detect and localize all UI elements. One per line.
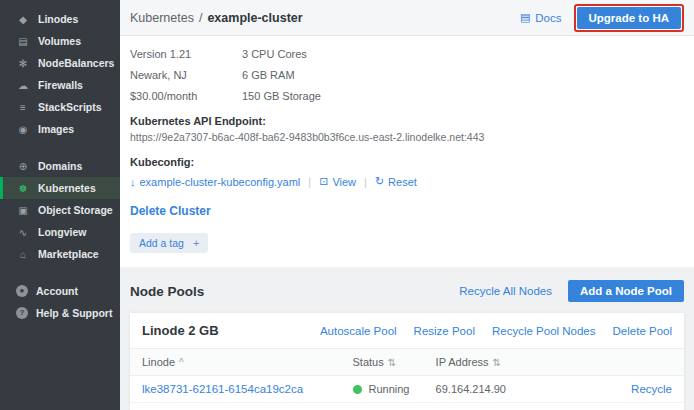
node-pool-card: Linode 2 GB Autoscale Pool Resize Pool R… <box>130 313 684 410</box>
sort-asc-icon: ^ <box>179 357 184 368</box>
sort-icon: ⇅ <box>388 357 396 368</box>
sidebar-item-account[interactable]: ● Account <box>0 280 120 302</box>
main-content: Kubernetes / example-cluster ▤ Docs Upgr… <box>120 0 694 410</box>
images-icon: ◉ <box>16 124 30 135</box>
sidebar-item-label: Kubernetes <box>38 182 96 194</box>
table-row: lke38731-62161-6154ca19e885 Running 45.7… <box>130 403 684 410</box>
add-tag-button[interactable]: Add a tag + <box>130 233 208 253</box>
column-header-label: Status <box>353 356 384 368</box>
add-tag-label: Add a tag <box>139 237 184 249</box>
separator: | <box>364 176 367 188</box>
sidebar-item-label: Firewalls <box>38 79 83 91</box>
tags-row: Add a tag + <box>130 233 684 253</box>
account-icon: ● <box>16 285 28 297</box>
sidebar-item-images[interactable]: ◉ Images <box>0 118 120 140</box>
spec-region: Newark, NJ <box>130 69 242 81</box>
column-header-ip-address[interactable]: IP Address⇅ <box>424 349 574 376</box>
sort-icon: ⇅ <box>493 357 501 368</box>
reset-icon: ↻ <box>375 175 384 188</box>
firewalls-icon: ☁ <box>16 80 30 91</box>
view-link-label: View <box>332 176 356 188</box>
nodes-table-header-row: Linode^ Status⇅ IP Address⇅ <box>130 349 684 376</box>
sidebar-item-volumes[interactable]: ▤ Volumes <box>0 30 120 52</box>
breadcrumb-section-link[interactable]: Kubernetes <box>130 11 194 25</box>
sidebar-item-label: Help & Support <box>36 307 112 319</box>
object-storage-icon: ▣ <box>16 205 30 216</box>
kubeconfig-reset-link[interactable]: ↻ Reset <box>375 175 417 188</box>
kubeconfig-download-link[interactable]: ↓ example-cluster-kubeconfig.yaml <box>130 176 300 188</box>
kubeconfig-label: Kubeconfig: <box>130 156 684 168</box>
download-icon: ↓ <box>130 176 136 188</box>
delete-cluster-link[interactable]: Delete Cluster <box>130 204 211 218</box>
upgrade-to-ha-button[interactable]: Upgrade to HA <box>577 7 682 29</box>
api-endpoint-url: https://9e2a7307-b6ac-408f-ba62-9483b0b3… <box>130 131 684 143</box>
docs-link[interactable]: ▤ Docs <box>520 11 562 24</box>
sidebar-item-nodebalancers[interactable]: ✻ NodeBalancers <box>0 52 120 74</box>
nodebalancers-icon: ✻ <box>16 58 30 69</box>
delete-pool-link[interactable]: Delete Pool <box>613 325 672 337</box>
add-node-pool-button[interactable]: Add a Node Pool <box>568 280 684 302</box>
breadcrumb: Kubernetes / example-cluster <box>130 11 303 25</box>
kubeconfig-view-link[interactable]: ⊡ View <box>319 175 356 188</box>
column-header-label: IP Address <box>436 356 489 368</box>
docs-icon: ▤ <box>520 11 530 24</box>
sidebar-item-help-support[interactable]: ? Help & Support <box>0 302 120 324</box>
spec-cpu: 3 CPU Cores <box>242 48 410 60</box>
sidebar-item-stackscripts[interactable]: ≡ StackScripts <box>0 96 120 118</box>
recycle-node-link[interactable]: Recycle <box>631 383 672 395</box>
sidebar-item-label: Volumes <box>38 35 81 47</box>
pool-name: Linode 2 GB <box>142 323 219 338</box>
reset-link-label: Reset <box>388 176 417 188</box>
autoscale-pool-link[interactable]: Autoscale Pool <box>320 325 397 337</box>
column-header-status[interactable]: Status⇅ <box>341 349 424 376</box>
upgrade-button-highlight: Upgrade to HA <box>574 4 685 32</box>
resize-pool-link[interactable]: Resize Pool <box>414 325 475 337</box>
sidebar-item-linodes[interactable]: ◆ Linodes <box>0 8 120 30</box>
longview-icon: ∿ <box>16 227 30 238</box>
sidebar-item-label: Object Storage <box>38 204 113 216</box>
sidebar-item-label: Account <box>36 285 78 297</box>
kubeconfig-actions: ↓ example-cluster-kubeconfig.yaml | ⊡ Vi… <box>130 175 684 188</box>
cluster-summary-section: Version 1.21 3 CPU Cores Newark, NJ 6 GB… <box>120 36 694 267</box>
spec-price: $30.00/month <box>130 90 242 102</box>
kubeconfig-filename: example-cluster-kubeconfig.yaml <box>140 176 301 188</box>
spec-version: Version 1.21 <box>130 48 242 60</box>
node-pools-header: Node Pools Recycle All Nodes Add a Node … <box>130 280 684 302</box>
header-actions: ▤ Docs Upgrade to HA <box>520 4 684 32</box>
sidebar-item-label: Domains <box>38 160 82 172</box>
linodes-icon: ◆ <box>16 14 30 25</box>
sidebar-item-firewalls[interactable]: ☁ Firewalls <box>0 74 120 96</box>
marketplace-icon: ⌂ <box>16 249 30 260</box>
node-pools-section: Node Pools Recycle All Nodes Add a Node … <box>120 267 694 410</box>
recycle-pool-nodes-link[interactable]: Recycle Pool Nodes <box>492 325 596 337</box>
pool-card-header: Linode 2 GB Autoscale Pool Resize Pool R… <box>130 313 684 348</box>
node-link[interactable]: lke38731-62161-6154ca19c2ca <box>142 383 303 395</box>
sidebar-item-kubernetes[interactable]: ☸ Kubernetes <box>0 177 120 199</box>
nodes-table: Linode^ Status⇅ IP Address⇅ <box>130 348 684 410</box>
kubernetes-icon: ☸ <box>16 183 30 194</box>
spec-ram: 6 GB RAM <box>242 69 410 81</box>
plus-icon: + <box>193 237 199 249</box>
table-row: lke38731-62161-6154ca19c2ca Running 69.1… <box>130 376 684 403</box>
node-ip: 45.79.191.250 <box>424 403 574 410</box>
volumes-icon: ▤ <box>16 36 30 47</box>
sidebar-item-domains[interactable]: ⊕ Domains <box>0 155 120 177</box>
pool-actions: Autoscale Pool Resize Pool Recycle Pool … <box>320 325 672 337</box>
recycle-all-nodes-link[interactable]: Recycle All Nodes <box>459 285 552 297</box>
breadcrumb-separator: / <box>199 11 202 25</box>
sidebar-item-marketplace[interactable]: ⌂ Marketplace <box>0 243 120 265</box>
sidebar-item-longview[interactable]: ∿ Longview <box>0 221 120 243</box>
stackscripts-icon: ≡ <box>16 102 30 113</box>
column-header-linode[interactable]: Linode^ <box>130 349 341 376</box>
node-pools-header-actions: Recycle All Nodes Add a Node Pool <box>459 280 684 302</box>
sidebar-item-label: Marketplace <box>38 248 99 260</box>
status-running-icon <box>353 385 362 394</box>
api-endpoint-label: Kubernetes API Endpoint: <box>130 115 684 127</box>
help-icon: ? <box>16 307 28 319</box>
domains-icon: ⊕ <box>16 161 30 172</box>
node-pools-title: Node Pools <box>130 284 204 299</box>
sidebar-item-label: Linodes <box>38 13 78 25</box>
status-badge: Running <box>369 383 410 395</box>
sidebar-item-object-storage[interactable]: ▣ Object Storage <box>0 199 120 221</box>
sidebar-item-label: Images <box>38 123 74 135</box>
